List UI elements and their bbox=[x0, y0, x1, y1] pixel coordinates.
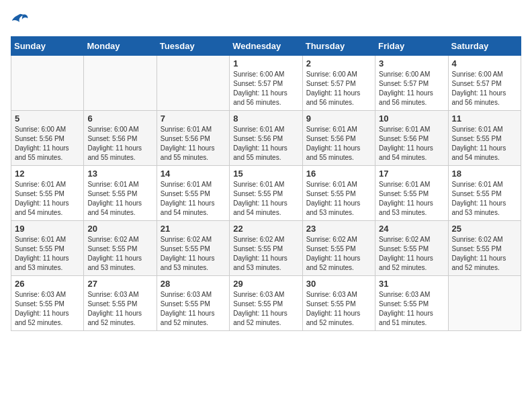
day-info: Sunrise: 6:00 AM Sunset: 5:56 PM Dayligh… bbox=[15, 125, 80, 163]
weekday-header-wednesday: Wednesday bbox=[230, 37, 302, 56]
calendar-cell: 25Sunrise: 6:02 AM Sunset: 5:55 PM Dayli… bbox=[448, 221, 521, 276]
day-number: 22 bbox=[233, 224, 298, 234]
weekday-header-tuesday: Tuesday bbox=[157, 37, 229, 56]
day-number: 8 bbox=[233, 113, 298, 124]
day-number: 12 bbox=[15, 169, 80, 179]
day-info: Sunrise: 6:03 AM Sunset: 5:55 PM Dayligh… bbox=[233, 290, 298, 328]
calendar-cell: 15Sunrise: 6:01 AM Sunset: 5:55 PM Dayli… bbox=[230, 166, 302, 221]
day-info: Sunrise: 6:02 AM Sunset: 5:55 PM Dayligh… bbox=[87, 235, 152, 273]
day-number: 28 bbox=[161, 279, 226, 289]
calendar-cell: 31Sunrise: 6:03 AM Sunset: 5:55 PM Dayli… bbox=[375, 276, 448, 331]
weekday-header-thursday: Thursday bbox=[302, 37, 375, 56]
day-info: Sunrise: 6:02 AM Sunset: 5:55 PM Dayligh… bbox=[233, 235, 298, 273]
calendar-week-row: 26Sunrise: 6:03 AM Sunset: 5:55 PM Dayli… bbox=[11, 276, 521, 331]
calendar-cell: 17Sunrise: 6:01 AM Sunset: 5:55 PM Dayli… bbox=[375, 166, 448, 221]
day-info: Sunrise: 6:01 AM Sunset: 5:56 PM Dayligh… bbox=[161, 125, 226, 163]
calendar-cell bbox=[448, 276, 521, 331]
day-number: 3 bbox=[379, 58, 444, 68]
calendar-cell: 24Sunrise: 6:02 AM Sunset: 5:55 PM Dayli… bbox=[375, 221, 448, 276]
calendar-cell: 13Sunrise: 6:01 AM Sunset: 5:55 PM Dayli… bbox=[84, 166, 157, 221]
day-number: 5 bbox=[15, 113, 80, 124]
day-number: 1 bbox=[233, 58, 298, 68]
day-number: 31 bbox=[379, 279, 444, 289]
weekday-header-friday: Friday bbox=[375, 37, 448, 56]
day-info: Sunrise: 6:01 AM Sunset: 5:56 PM Dayligh… bbox=[306, 125, 371, 163]
logo-bird-icon bbox=[11, 11, 30, 30]
calendar-cell: 22Sunrise: 6:02 AM Sunset: 5:55 PM Dayli… bbox=[230, 221, 302, 276]
day-number: 6 bbox=[87, 113, 152, 124]
calendar-cell: 1Sunrise: 6:00 AM Sunset: 5:57 PM Daylig… bbox=[230, 56, 302, 111]
day-number: 24 bbox=[379, 224, 444, 234]
day-info: Sunrise: 6:00 AM Sunset: 5:57 PM Dayligh… bbox=[306, 70, 371, 107]
calendar-cell bbox=[157, 56, 229, 111]
page-header bbox=[11, 11, 521, 30]
day-number: 7 bbox=[161, 113, 226, 124]
weekday-header-sunday: Sunday bbox=[11, 37, 84, 56]
day-number: 15 bbox=[233, 169, 298, 179]
day-number: 4 bbox=[452, 58, 517, 68]
day-info: Sunrise: 6:01 AM Sunset: 5:56 PM Dayligh… bbox=[233, 125, 298, 163]
day-number: 23 bbox=[306, 224, 371, 234]
day-info: Sunrise: 6:03 AM Sunset: 5:55 PM Dayligh… bbox=[306, 290, 371, 328]
day-info: Sunrise: 6:02 AM Sunset: 5:55 PM Dayligh… bbox=[452, 235, 517, 273]
weekday-header-row: SundayMondayTuesdayWednesdayThursdayFrid… bbox=[11, 37, 521, 56]
day-info: Sunrise: 6:01 AM Sunset: 5:56 PM Dayligh… bbox=[379, 125, 444, 163]
day-info: Sunrise: 6:00 AM Sunset: 5:57 PM Dayligh… bbox=[379, 70, 444, 107]
calendar-cell: 27Sunrise: 6:03 AM Sunset: 5:55 PM Dayli… bbox=[84, 276, 157, 331]
calendar-cell: 3Sunrise: 6:00 AM Sunset: 5:57 PM Daylig… bbox=[375, 56, 448, 111]
day-number: 18 bbox=[452, 169, 517, 179]
day-number: 13 bbox=[87, 169, 152, 179]
day-info: Sunrise: 6:01 AM Sunset: 5:55 PM Dayligh… bbox=[233, 180, 298, 218]
calendar-cell: 21Sunrise: 6:02 AM Sunset: 5:55 PM Dayli… bbox=[157, 221, 229, 276]
day-number: 17 bbox=[379, 169, 444, 179]
calendar-cell: 20Sunrise: 6:02 AM Sunset: 5:55 PM Dayli… bbox=[84, 221, 157, 276]
calendar-cell: 8Sunrise: 6:01 AM Sunset: 5:56 PM Daylig… bbox=[230, 111, 302, 166]
day-info: Sunrise: 6:03 AM Sunset: 5:55 PM Dayligh… bbox=[161, 290, 226, 328]
day-info: Sunrise: 6:01 AM Sunset: 5:55 PM Dayligh… bbox=[87, 180, 152, 218]
day-number: 20 bbox=[87, 224, 152, 234]
day-info: Sunrise: 6:00 AM Sunset: 5:57 PM Dayligh… bbox=[452, 70, 517, 107]
day-info: Sunrise: 6:03 AM Sunset: 5:55 PM Dayligh… bbox=[379, 290, 444, 328]
calendar-cell: 4Sunrise: 6:00 AM Sunset: 5:57 PM Daylig… bbox=[448, 56, 521, 111]
day-number: 26 bbox=[15, 279, 80, 289]
day-info: Sunrise: 6:01 AM Sunset: 5:55 PM Dayligh… bbox=[306, 180, 371, 218]
day-number: 25 bbox=[452, 224, 517, 234]
calendar-table: SundayMondayTuesdayWednesdayThursdayFrid… bbox=[11, 36, 521, 331]
day-number: 29 bbox=[233, 279, 298, 289]
calendar-cell: 19Sunrise: 6:01 AM Sunset: 5:55 PM Dayli… bbox=[11, 221, 84, 276]
day-number: 27 bbox=[87, 279, 152, 289]
calendar-cell: 12Sunrise: 6:01 AM Sunset: 5:55 PM Dayli… bbox=[11, 166, 84, 221]
calendar-week-row: 5Sunrise: 6:00 AM Sunset: 5:56 PM Daylig… bbox=[11, 111, 521, 166]
day-info: Sunrise: 6:01 AM Sunset: 5:55 PM Dayligh… bbox=[452, 125, 517, 163]
day-number: 30 bbox=[306, 279, 371, 289]
calendar-week-row: 19Sunrise: 6:01 AM Sunset: 5:55 PM Dayli… bbox=[11, 221, 521, 276]
day-info: Sunrise: 6:02 AM Sunset: 5:55 PM Dayligh… bbox=[379, 235, 444, 273]
day-number: 10 bbox=[379, 113, 444, 124]
calendar-cell: 18Sunrise: 6:01 AM Sunset: 5:55 PM Dayli… bbox=[448, 166, 521, 221]
calendar-cell: 9Sunrise: 6:01 AM Sunset: 5:56 PM Daylig… bbox=[302, 111, 375, 166]
day-number: 21 bbox=[161, 224, 226, 234]
calendar-cell: 23Sunrise: 6:02 AM Sunset: 5:55 PM Dayli… bbox=[302, 221, 375, 276]
day-info: Sunrise: 6:01 AM Sunset: 5:55 PM Dayligh… bbox=[452, 180, 517, 218]
day-number: 9 bbox=[306, 113, 371, 124]
day-info: Sunrise: 6:02 AM Sunset: 5:55 PM Dayligh… bbox=[161, 235, 226, 273]
calendar-cell: 11Sunrise: 6:01 AM Sunset: 5:55 PM Dayli… bbox=[448, 111, 521, 166]
calendar-cell: 6Sunrise: 6:00 AM Sunset: 5:56 PM Daylig… bbox=[84, 111, 157, 166]
calendar-cell bbox=[84, 56, 157, 111]
day-info: Sunrise: 6:00 AM Sunset: 5:56 PM Dayligh… bbox=[87, 125, 152, 163]
calendar-cell: 10Sunrise: 6:01 AM Sunset: 5:56 PM Dayli… bbox=[375, 111, 448, 166]
calendar-week-row: 1Sunrise: 6:00 AM Sunset: 5:57 PM Daylig… bbox=[11, 56, 521, 111]
logo bbox=[11, 11, 32, 30]
weekday-header-monday: Monday bbox=[84, 37, 157, 56]
calendar-cell: 16Sunrise: 6:01 AM Sunset: 5:55 PM Dayli… bbox=[302, 166, 375, 221]
day-info: Sunrise: 6:01 AM Sunset: 5:55 PM Dayligh… bbox=[15, 235, 80, 273]
calendar-cell: 30Sunrise: 6:03 AM Sunset: 5:55 PM Dayli… bbox=[302, 276, 375, 331]
calendar-cell: 14Sunrise: 6:01 AM Sunset: 5:55 PM Dayli… bbox=[157, 166, 229, 221]
day-info: Sunrise: 6:02 AM Sunset: 5:55 PM Dayligh… bbox=[306, 235, 371, 273]
calendar-cell: 26Sunrise: 6:03 AM Sunset: 5:55 PM Dayli… bbox=[11, 276, 84, 331]
calendar-cell: 2Sunrise: 6:00 AM Sunset: 5:57 PM Daylig… bbox=[302, 56, 375, 111]
calendar-cell: 28Sunrise: 6:03 AM Sunset: 5:55 PM Dayli… bbox=[157, 276, 229, 331]
calendar-cell: 29Sunrise: 6:03 AM Sunset: 5:55 PM Dayli… bbox=[230, 276, 302, 331]
day-number: 2 bbox=[306, 58, 371, 68]
calendar-cell: 5Sunrise: 6:00 AM Sunset: 5:56 PM Daylig… bbox=[11, 111, 84, 166]
